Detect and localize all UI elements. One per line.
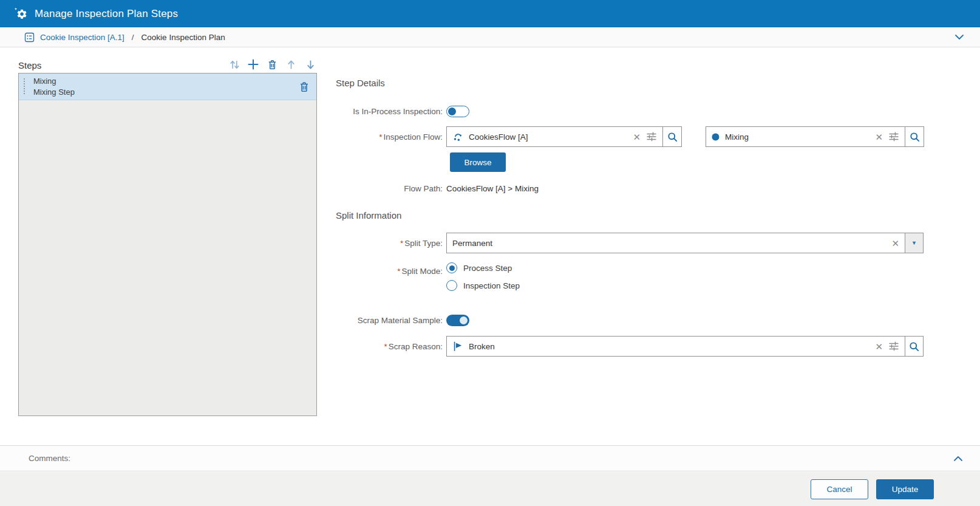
required-marker: * bbox=[379, 132, 382, 142]
clear-icon[interactable]: ✕ bbox=[633, 132, 641, 142]
row-delete-icon[interactable] bbox=[298, 81, 310, 93]
step-item-description: Mixing Step bbox=[33, 87, 75, 98]
footer-action-bar: Cancel Update bbox=[0, 472, 980, 506]
breadcrumb-current: Cookie Inspection Plan bbox=[141, 33, 225, 42]
split-information-title: Split Information bbox=[336, 210, 401, 221]
radio-option-process-step[interactable]: Process Step bbox=[446, 262, 520, 273]
manage-inspection-plan-steps-window: Manage Inspection Plan Steps Cookie Insp… bbox=[0, 0, 980, 506]
sort-icon[interactable] bbox=[228, 58, 241, 71]
clear-icon[interactable]: ✕ bbox=[875, 132, 883, 142]
cancel-button[interactable]: Cancel bbox=[811, 479, 868, 499]
search-icon[interactable] bbox=[905, 336, 924, 357]
chevron-up-icon[interactable] bbox=[952, 453, 964, 465]
split-mode-row: *Split Mode: Process Step Inspection Ste… bbox=[336, 262, 520, 291]
required-marker: * bbox=[384, 342, 387, 351]
steps-panel-title: Steps bbox=[18, 60, 41, 70]
scrap-sample-label: Scrap Material Sample: bbox=[358, 316, 443, 325]
radio-option-label[interactable]: Inspection Step bbox=[463, 281, 520, 290]
page-title: Manage Inspection Plan Steps bbox=[35, 8, 178, 20]
in-process-inspection-label: Is In-Process Inspection: bbox=[353, 107, 443, 116]
split-type-combo: Permanent ✕ ▼ bbox=[446, 233, 924, 253]
step-item-text: Mixing Mixing Step bbox=[33, 76, 75, 98]
toggle-knob bbox=[448, 108, 456, 115]
flag-icon bbox=[452, 341, 463, 352]
search-icon[interactable] bbox=[662, 126, 682, 147]
step-item-name: Mixing bbox=[33, 76, 75, 87]
gear-wizard-icon bbox=[14, 7, 28, 20]
steps-list: Mixing Mixing Step bbox=[18, 73, 317, 416]
step-details-title: Step Details bbox=[336, 78, 385, 88]
plan-document-icon bbox=[24, 32, 35, 43]
inspection-flow-label: Inspection Flow: bbox=[383, 132, 443, 142]
required-marker: * bbox=[400, 239, 403, 248]
flow-icon bbox=[452, 131, 463, 142]
comments-label: Comments: bbox=[29, 454, 70, 463]
filter-sliders-icon[interactable] bbox=[888, 341, 899, 352]
scrap-reason-combo: Broken ✕ bbox=[446, 336, 924, 357]
inspection-step-value: Mixing bbox=[725, 132, 749, 142]
scrap-material-sample-toggle[interactable] bbox=[446, 315, 469, 326]
update-button[interactable]: Update bbox=[876, 479, 934, 499]
flow-path-row: Flow Path: CookiesFlow [A] > Mixing bbox=[336, 180, 539, 197]
delete-step-icon[interactable] bbox=[266, 58, 279, 71]
split-type-value: Permanent bbox=[452, 239, 492, 248]
required-marker: * bbox=[397, 267, 400, 276]
add-step-icon[interactable] bbox=[247, 58, 260, 71]
filter-sliders-icon[interactable] bbox=[646, 131, 657, 142]
scrap-reason-input[interactable]: Broken ✕ bbox=[446, 336, 905, 357]
flow-path-value: CookiesFlow [A] > Mixing bbox=[446, 184, 539, 193]
split-type-label: Split Type: bbox=[404, 239, 443, 248]
drag-handle-icon[interactable] bbox=[24, 78, 25, 95]
dropdown-arrow-icon[interactable]: ▼ bbox=[905, 233, 924, 253]
comments-section: Comments: bbox=[0, 445, 980, 471]
in-process-inspection-toggle[interactable] bbox=[446, 106, 469, 117]
clear-icon[interactable]: ✕ bbox=[875, 342, 883, 351]
inspection-flow-input[interactable]: CookiesFlow [A] ✕ bbox=[446, 126, 663, 147]
breadcrumb-separator: / bbox=[132, 33, 134, 42]
scrap-reason-label: Scrap Reason: bbox=[389, 342, 443, 351]
in-process-inspection-row: Is In-Process Inspection: bbox=[336, 101, 469, 121]
split-type-select[interactable]: Permanent ✕ bbox=[446, 233, 905, 253]
inspection-flow-value: CookiesFlow [A] bbox=[469, 132, 528, 142]
inspection-step-input[interactable]: Mixing ✕ bbox=[706, 126, 905, 147]
move-down-icon[interactable] bbox=[304, 58, 317, 71]
radio-option-inspection-step[interactable]: Inspection Step bbox=[446, 280, 520, 291]
search-icon[interactable] bbox=[905, 126, 924, 147]
inspection-flow-combo: CookiesFlow [A] ✕ bbox=[446, 126, 924, 147]
split-type-row: *Split Type: Permanent ✕ ▼ bbox=[336, 233, 924, 253]
flow-path-label: Flow Path: bbox=[404, 184, 443, 193]
inspection-flow-row: *Inspection Flow: CookiesFlow [A] ✕ bbox=[336, 126, 924, 147]
scrap-reason-row: *Scrap Reason: Broken ✕ bbox=[336, 336, 924, 357]
chevron-down-icon[interactable] bbox=[953, 31, 965, 43]
breadcrumb-parent-link[interactable]: Cookie Inspection [A.1] bbox=[40, 33, 124, 42]
step-list-item-mixing[interactable]: Mixing Mixing Step bbox=[19, 74, 316, 100]
split-mode-label: Split Mode: bbox=[401, 267, 443, 276]
breadcrumb: Cookie Inspection [A.1] / Cookie Inspect… bbox=[0, 27, 980, 47]
radio-unselected-icon[interactable] bbox=[446, 280, 457, 291]
toggle-knob bbox=[460, 316, 468, 324]
scrap-material-sample-row: Scrap Material Sample: bbox=[336, 310, 469, 330]
move-up-icon[interactable] bbox=[285, 58, 298, 71]
radio-selected-icon[interactable] bbox=[446, 262, 457, 273]
split-mode-radio-group: Process Step Inspection Step bbox=[446, 262, 520, 291]
scrap-reason-value: Broken bbox=[469, 342, 495, 351]
step-dot-icon bbox=[712, 133, 720, 141]
steps-toolbar bbox=[228, 58, 317, 71]
browse-button[interactable]: Browse bbox=[450, 152, 506, 172]
clear-icon[interactable]: ✕ bbox=[891, 239, 899, 248]
title-bar: Manage Inspection Plan Steps bbox=[0, 0, 980, 27]
radio-option-label[interactable]: Process Step bbox=[463, 264, 512, 273]
filter-sliders-icon[interactable] bbox=[888, 131, 899, 142]
